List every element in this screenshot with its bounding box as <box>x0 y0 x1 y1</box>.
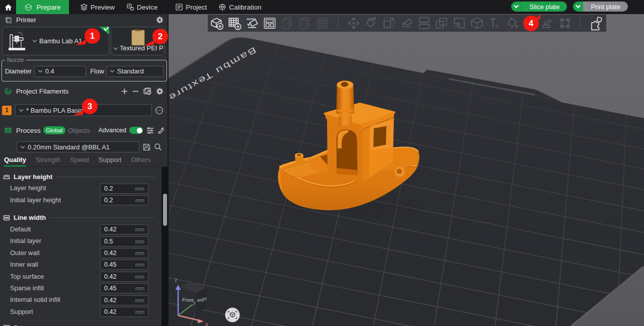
svg-text:0: 0 <box>284 22 287 27</box>
svg-text:AUTO: AUTO <box>247 18 255 21</box>
svg-text:x: x <box>205 321 208 326</box>
svg-text:y: y <box>193 300 196 305</box>
svg-text:z: z <box>175 277 178 283</box>
svg-text:a: a <box>495 23 498 29</box>
svg-text:P: P <box>302 22 305 27</box>
svg-text:Front: Front <box>182 297 194 303</box>
